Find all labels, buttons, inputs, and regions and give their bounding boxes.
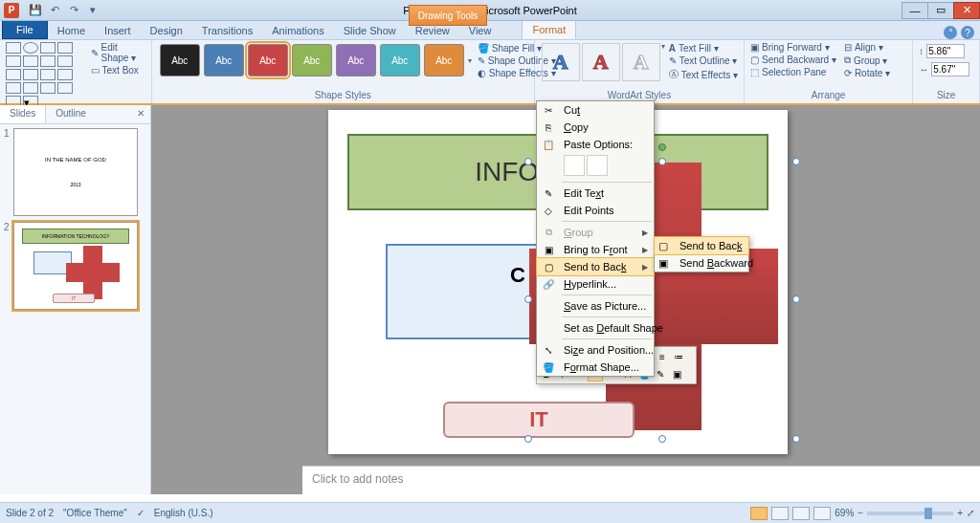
paste-opt-1[interactable] [564, 155, 585, 176]
height-input[interactable] [926, 44, 965, 58]
wordart-gallery[interactable]: A A A ▾ [541, 42, 665, 82]
menu-bring-to-front[interactable]: ▣Bring to Front▶ [537, 241, 654, 258]
group-size: ↕ ↔ Size [913, 40, 980, 103]
text-box-button[interactable]: ▭ Text Box [91, 65, 145, 76]
wordart-2[interactable]: A [582, 43, 620, 81]
menu-edit-points[interactable]: ◇Edit Points [537, 202, 654, 219]
view-slideshow-icon[interactable] [813, 507, 831, 520]
wordart-more-icon[interactable]: ▾ [661, 42, 665, 82]
submenu-send-backward[interactable]: ▣Send Backward [655, 254, 748, 272]
tab-review[interactable]: Review [406, 22, 459, 39]
tab-format[interactable]: Format [522, 20, 576, 39]
shape-blue-box[interactable] [386, 244, 539, 339]
text-fill-button[interactable]: A Text Fill ▾ [669, 43, 738, 54]
slide-thumb-2[interactable]: 2 INFORMATION TECHNOLOGY IT [4, 222, 146, 310]
menu-cut[interactable]: ✂Cut [537, 101, 654, 119]
style-black[interactable]: Abc [160, 44, 200, 76]
menu-hyperlink[interactable]: 🔗Hyperlink... [537, 275, 654, 293]
tab-animations[interactable]: Animations [262, 22, 333, 39]
undo-icon[interactable]: ↶ [46, 3, 63, 18]
tab-design[interactable]: Design [141, 22, 192, 39]
align-button[interactable]: ⊟ Align ▾ [844, 42, 890, 53]
edit-shape-button[interactable]: ✎ Edit Shape ▾ [91, 42, 145, 63]
tab-insert[interactable]: Insert [95, 22, 141, 39]
copy-icon: ⎘ [541, 120, 556, 135]
edit-points-icon: ◇ [541, 203, 556, 218]
group-label: Arrange [750, 90, 906, 101]
minimize-ribbon-icon[interactable]: ˄ [944, 26, 957, 39]
submenu-send-back: ▢Send to Back ▣Send Backward [654, 236, 749, 272]
tab-file[interactable]: File [2, 20, 48, 39]
style-blue[interactable]: Abc [204, 44, 244, 76]
rotate-button[interactable]: ⟳ Rotate ▾ [844, 68, 890, 78]
fit-slide-icon[interactable]: ⤢ [967, 508, 974, 518]
menu-format-shape[interactable]: 🪣Format Shape... [537, 359, 654, 376]
view-normal-icon[interactable] [750, 507, 768, 520]
view-sorter-icon[interactable] [771, 507, 789, 520]
outline-tab[interactable]: Outline [46, 105, 96, 123]
wordart-3[interactable]: A [622, 43, 660, 81]
style-teal[interactable]: Abc [380, 44, 420, 76]
width-input[interactable] [931, 62, 969, 76]
workspace: Slides Outline ✕ 1 IN THE NAME OF GOD 20… [0, 105, 980, 494]
group-button[interactable]: ⧉ Group ▾ [844, 54, 890, 66]
arrange-mini-icon[interactable]: ▣ [669, 366, 684, 381]
increase-indent-icon[interactable]: ≡ [655, 349, 670, 364]
menu-send-to-back[interactable]: ▢Send to Back▶ [536, 257, 655, 276]
slide-thumb-1[interactable]: 1 IN THE NAME OF GOD 2013 [4, 128, 146, 216]
menu-edit-text[interactable]: ✎Edit Text [537, 185, 654, 202]
text-effects-button[interactable]: Ⓐ Text Effects ▾ [669, 68, 738, 81]
minimize-button[interactable]: — [902, 2, 928, 19]
style-orange[interactable]: Abc [424, 44, 464, 76]
style-red[interactable]: Abc [248, 44, 288, 76]
qat-more-icon[interactable]: ▾ [84, 3, 101, 18]
ribbon: ▾ ✎ Edit Shape ▾ ▭ Text Box Insert Shape… [0, 40, 980, 105]
zoom-slider[interactable] [867, 512, 953, 515]
style-purple[interactable]: Abc [336, 44, 376, 76]
zoom-out-icon[interactable]: − [858, 508, 863, 518]
menu-set-default-shape[interactable]: Set as Default Shape [537, 319, 654, 337]
shape-outline-mini-icon[interactable]: ✎ [653, 366, 668, 381]
status-language[interactable]: English (U.S.) [154, 508, 213, 518]
status-slide-number: Slide 2 of 2 [6, 508, 54, 518]
tab-view[interactable]: View [459, 22, 501, 39]
send-backward-button[interactable]: ▢ Send Backward ▾ [750, 54, 836, 65]
save-icon[interactable]: 💾 [27, 3, 44, 18]
notes-pane[interactable]: Click to add notes [302, 466, 980, 494]
menu-paste-options-label: 📋Paste Options: [537, 136, 654, 153]
status-zoom: 69% [835, 508, 854, 518]
group-icon: ⧉ [541, 225, 556, 240]
view-reading-icon[interactable] [792, 507, 810, 520]
tab-transitions[interactable]: Transitions [192, 22, 262, 39]
slides-tab[interactable]: Slides [0, 105, 46, 123]
maximize-button[interactable]: ▭ [927, 2, 954, 19]
wordart-1[interactable]: A [542, 43, 580, 81]
spellcheck-icon[interactable]: ✓ [137, 508, 145, 518]
close-button[interactable]: ✕ [953, 2, 980, 19]
bullets-icon[interactable]: ≔ [671, 349, 686, 364]
bring-front-icon: ▣ [541, 242, 556, 257]
style-green[interactable]: Abc [292, 44, 332, 76]
text-outline-button[interactable]: ✎ Text Outline ▾ [669, 55, 738, 66]
group-insert-shapes: ▾ ✎ Edit Shape ▾ ▭ Text Box Insert Shape… [0, 40, 152, 103]
menu-group: ⧉Group▶ [537, 224, 654, 241]
shape-style-gallery[interactable]: Abc Abc Abc Abc Abc Abc Abc ▾ [158, 42, 472, 78]
bring-forward-button[interactable]: ▣ Bring Forward ▾ [750, 42, 836, 53]
paste-opt-2[interactable] [587, 155, 608, 176]
app-icon: P [4, 3, 19, 18]
shape-it-box[interactable]: IT [443, 402, 635, 438]
tab-home[interactable]: Home [48, 22, 95, 39]
menu-copy[interactable]: ⎘Copy [537, 119, 654, 136]
send-back-icon: ▢ [541, 259, 556, 274]
selection-pane-button[interactable]: ⬚ Selection Pane [750, 67, 836, 77]
shapes-gallery[interactable]: ▾ [6, 42, 87, 107]
menu-size-position[interactable]: ⤡Size and Position... [537, 341, 654, 359]
submenu-send-to-back[interactable]: ▢Send to Back [654, 236, 749, 255]
redo-icon[interactable]: ↷ [65, 3, 82, 18]
close-panel-icon[interactable]: ✕ [131, 105, 150, 123]
zoom-in-icon[interactable]: + [957, 508, 963, 518]
help-icon[interactable]: ? [961, 26, 974, 39]
menu-save-as-picture[interactable]: Save as Picture... [537, 297, 654, 315]
gallery-more-icon[interactable]: ▾ [468, 56, 472, 65]
tab-slideshow[interactable]: Slide Show [334, 22, 406, 39]
